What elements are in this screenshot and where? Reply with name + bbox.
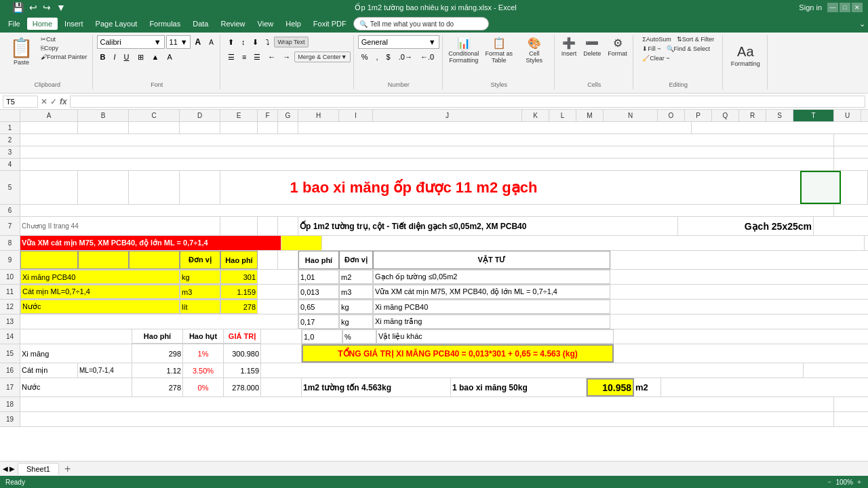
cell-F7[interactable] xyxy=(278,217,298,235)
border-button[interactable]: ⊞ xyxy=(134,50,147,64)
cell-A5[interactable] xyxy=(20,171,78,204)
cell-J10[interactable]: Gạch ốp tường ≤0,05m2 xyxy=(373,270,610,284)
row-header-19[interactable]: 19 xyxy=(0,412,20,426)
cell-D15[interactable]: 1% xyxy=(183,344,224,363)
cell-G9[interactable] xyxy=(278,251,298,269)
row-header-6[interactable]: 6 xyxy=(0,205,20,216)
percent-button[interactable]: % xyxy=(358,50,372,64)
sort-filter-button[interactable]: ⇅ Sort & Filter xyxy=(675,35,717,43)
scroll-left-icon[interactable]: ◀ xyxy=(3,465,8,472)
align-center-button[interactable]: ≡ xyxy=(239,50,250,64)
cell-F17[interactable] xyxy=(261,378,302,396)
row-header-4[interactable]: 4 xyxy=(0,159,20,170)
formula-fx-icon[interactable]: fx xyxy=(60,97,67,106)
paste-button[interactable]: 📋 Paste xyxy=(5,35,37,67)
menu-help[interactable]: Help xyxy=(280,18,307,30)
formatting-button[interactable]: Aa Formatting xyxy=(727,35,764,76)
row-header-18[interactable]: 18 xyxy=(0,397,20,411)
col-P[interactable]: P xyxy=(685,110,712,121)
cell-F9[interactable] xyxy=(258,251,278,269)
cell-row18[interactable] xyxy=(20,397,834,411)
col-H[interactable]: H xyxy=(298,110,339,121)
cell-H9[interactable]: Hao phí xyxy=(298,251,339,269)
row-header-7[interactable]: 7 xyxy=(0,217,20,235)
cell-A17[interactable]: Nước xyxy=(20,378,132,396)
cell-U17[interactable]: m2 xyxy=(634,378,661,396)
menu-foxit[interactable]: Foxit PDF xyxy=(308,18,352,30)
fill-button[interactable]: ⬇ Fill ~ xyxy=(640,45,663,53)
menu-view[interactable]: View xyxy=(252,18,279,30)
save-icon[interactable]: 💾 xyxy=(11,1,25,14)
cell-U5[interactable] xyxy=(841,171,868,204)
cell-row19[interactable] xyxy=(20,412,834,426)
format-button[interactable]: ⚙ Format xyxy=(605,35,630,58)
cell-J11[interactable]: Vữa XM cát mịn M75, XM PCB40, độ lớn ML … xyxy=(373,285,610,299)
cell-A1[interactable] xyxy=(20,122,78,134)
number-format-dropdown[interactable]: General ▼ xyxy=(358,35,439,49)
cell-A11[interactable]: Cát mịn ML=0,7÷1,4 xyxy=(20,285,180,299)
cell-D1[interactable] xyxy=(180,122,220,134)
formula-confirm-icon[interactable]: ✓ xyxy=(50,97,57,106)
cell-row4[interactable] xyxy=(20,159,834,170)
formula-cancel-icon[interactable]: ✕ xyxy=(41,97,47,106)
col-B[interactable]: B xyxy=(78,110,129,121)
row-header-2[interactable]: 2 xyxy=(0,134,20,146)
cell-D12[interactable]: lít xyxy=(180,300,220,314)
cell-H17-merged[interactable]: 1m2 tường tốn 4.563kg xyxy=(302,378,451,396)
cell-J14[interactable]: Vật liệu khác xyxy=(376,329,614,344)
row-header-10[interactable]: 10 xyxy=(0,270,20,284)
cell-J12[interactable]: Xi măng PCB40 xyxy=(373,300,610,314)
merge-center-button[interactable]: Merge & Center ▼ xyxy=(294,52,350,62)
cell-B9[interactable] xyxy=(78,251,129,269)
align-bottom-button[interactable]: ⬇ xyxy=(249,35,262,49)
close-button[interactable]: ✕ xyxy=(852,3,863,12)
menu-formulas[interactable]: Formulas xyxy=(144,18,186,30)
bold-button[interactable]: B xyxy=(97,50,109,64)
cell-F14[interactable] xyxy=(261,329,302,344)
row-header-13[interactable]: 13 xyxy=(0,314,20,329)
merge-center-dropdown[interactable]: ▼ xyxy=(341,54,347,60)
row-header-8[interactable]: 8 xyxy=(0,236,20,250)
col-U[interactable]: U xyxy=(834,110,861,121)
col-N[interactable]: N xyxy=(604,110,658,121)
row-header-3[interactable]: 3 xyxy=(0,146,20,158)
scroll-right-icon[interactable]: ▶ xyxy=(9,465,15,472)
decrease-indent-button[interactable]: ← xyxy=(264,50,279,64)
col-A[interactable]: A xyxy=(20,110,78,121)
cell-I13[interactable]: kg xyxy=(339,314,373,329)
cell-D7[interactable] xyxy=(220,217,258,235)
menu-home[interactable]: Home xyxy=(27,18,58,30)
cell-C16[interactable]: 1.12 xyxy=(132,363,183,378)
cell-rest8[interactable] xyxy=(322,236,865,250)
row-header-14[interactable]: 14 xyxy=(0,329,20,344)
col-J[interactable]: J xyxy=(373,110,522,121)
cell-D14[interactable]: Hao hụt xyxy=(183,329,224,344)
comma-button[interactable]: , xyxy=(373,50,382,64)
cell-H11[interactable]: 0,013 xyxy=(298,285,339,299)
row-header-15[interactable]: 15 xyxy=(0,344,20,363)
cell-H15-tong[interactable]: TỔNG GIÁ TRỊ XI MĂNG PCB40 = 0,013*301 +… xyxy=(302,344,614,363)
cell-E12[interactable]: 278 xyxy=(220,300,258,314)
cell-rest16[interactable] xyxy=(261,363,804,378)
row-header-1[interactable]: 1 xyxy=(0,122,20,134)
row-header-16[interactable]: 16 xyxy=(0,363,20,378)
cut-button[interactable]: ✂ Cut xyxy=(39,35,90,43)
undo-icon[interactable]: ↩ xyxy=(28,1,39,14)
cell-T5[interactable] xyxy=(800,171,841,204)
menu-review[interactable]: Review xyxy=(215,18,250,30)
copy-button[interactable]: ⎘ Copy xyxy=(39,44,90,52)
cell-N7[interactable]: Gạch 25x25cm xyxy=(678,217,814,235)
clear-button[interactable]: 🧹 Clear ~ xyxy=(640,54,671,62)
cell-H14[interactable]: 1,0 xyxy=(302,329,342,344)
cell-E15[interactable]: 300.980 xyxy=(224,344,261,363)
font-color-button[interactable]: A xyxy=(163,50,175,64)
cell-C17[interactable]: 278 xyxy=(132,378,183,396)
row-header-5[interactable]: 5 xyxy=(0,171,20,204)
cell-B1[interactable] xyxy=(78,122,129,134)
cell-H10[interactable]: 1,01 xyxy=(298,270,339,284)
italic-button[interactable]: I xyxy=(110,50,119,64)
currency-button[interactable]: $ xyxy=(383,50,394,64)
cell-row6[interactable] xyxy=(20,205,834,216)
cell-E11[interactable]: 1.159 xyxy=(220,285,258,299)
row-header-9[interactable]: 9 xyxy=(0,251,20,269)
